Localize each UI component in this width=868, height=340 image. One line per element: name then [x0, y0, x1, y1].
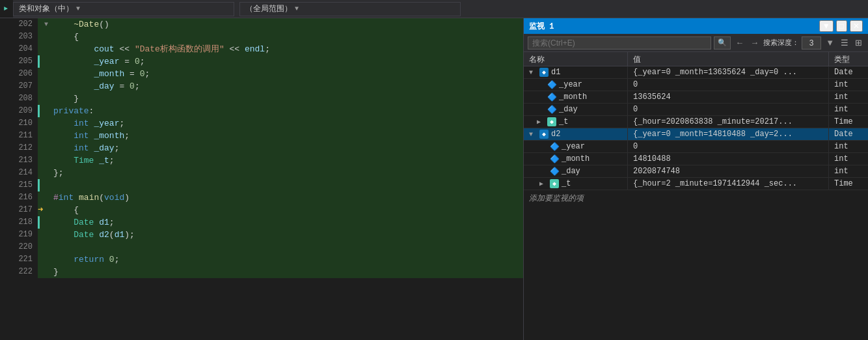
watch-type-d1-day: int — [829, 104, 868, 115]
line-code-220 — [51, 241, 523, 253]
line-collapse-207 — [42, 80, 51, 92]
code-line-209: 209 private: — [12, 105, 523, 117]
code-line-219: 219 Date d2(d1); — [12, 229, 523, 241]
watch-row-d1-t[interactable]: ◆ _t {_hour=2020863838 _minute=20217... … — [524, 116, 868, 128]
line-code-203: { — [51, 31, 523, 43]
watch-restore-button[interactable]: □ — [836, 20, 847, 32]
watch-expand-d2-t[interactable] — [539, 180, 547, 188]
watch-cell-name-d1: ◆ d1 — [524, 66, 628, 78]
code-line-216: 216 #int main(void) — [12, 191, 523, 204]
line-code-212: int _day; — [51, 142, 523, 154]
line-code-211: int _month; — [51, 130, 523, 142]
watch-row-d2-year[interactable]: 🔷 _year 0 int — [524, 141, 868, 153]
watch-type-d2: Date — [829, 128, 868, 140]
line-num-209: 209 — [12, 105, 38, 117]
search-depth-input[interactable] — [802, 36, 821, 50]
code-line-222: 222 } — [12, 266, 523, 278]
line-indicator-208 — [38, 92, 42, 105]
line-indicator-202 — [38, 18, 42, 31]
line-collapse-211 — [42, 130, 51, 142]
line-code-205: _year = 0; — [51, 55, 523, 68]
code-line-212: 212 int _day; — [12, 142, 523, 154]
code-line-214: 214 }; — [12, 167, 523, 179]
line-indicator-210 — [38, 117, 42, 130]
watch-row-d2-t[interactable]: ◆ _t {_hour=2 _minute=1971412944 _sec...… — [524, 178, 868, 190]
search-option-button1[interactable]: ☰ — [839, 38, 850, 48]
code-editor[interactable]: 202 ▼ ~Date() 203 { 204 cout << "Date析构函… — [12, 18, 523, 340]
line-indicator-218 — [38, 216, 42, 229]
watch-name-d1-day: _day — [559, 105, 578, 114]
class-dropdown[interactable]: 类和对象（中） ▼ — [13, 2, 234, 16]
watch-row-d1[interactable]: ◆ d1 {_year=0 _month=13635624 _day=0 ...… — [524, 66, 868, 79]
watch-close-button[interactable]: ✕ — [850, 20, 863, 32]
watch-type-d1-year: int — [829, 79, 868, 91]
watch-rows: ◆ d1 {_year=0 _month=13635624 _day=0 ...… — [524, 66, 868, 340]
line-code-219: Date d2(d1); — [51, 229, 523, 241]
watch-type-d1-t: Time — [829, 116, 868, 128]
search-depth-arrow[interactable]: ▼ — [824, 38, 836, 48]
watch-cell-name-d2: ◆ d2 — [524, 128, 628, 140]
watch-expand-d1-t[interactable] — [537, 118, 545, 126]
watch-expand-d1[interactable] — [529, 69, 537, 76]
search-back-button[interactable]: ← — [733, 38, 746, 48]
watch-minimize-button[interactable]: ▼ — [819, 20, 834, 32]
watch-icon-d1-t: ◆ — [547, 117, 556, 126]
watch-icon-d2-month: 🔷 — [550, 154, 559, 163]
line-indicator-204 — [38, 43, 42, 55]
line-num-211: 211 — [12, 130, 38, 142]
line-collapse-206 — [42, 68, 51, 80]
class-dropdown-arrow: ▼ — [76, 5, 80, 12]
line-code-207: _day = 0; — [51, 80, 523, 92]
watch-row-d1-month[interactable]: 🔷 _month 13635624 int — [524, 91, 868, 104]
watch-name-d2-year: _year — [562, 142, 585, 151]
line-num-213: 213 — [12, 154, 38, 167]
code-line-220: 220 — [12, 241, 523, 253]
search-button[interactable]: 🔍 — [714, 36, 731, 50]
code-line-206: 206 _month = 0; — [12, 68, 523, 80]
line-code-208: } — [51, 92, 523, 105]
search-option-button2[interactable]: ⊞ — [853, 38, 864, 48]
watch-name-d2-t: _t — [562, 179, 571, 188]
watch-name-d1: d1 — [551, 68, 560, 77]
line-indicator-221 — [38, 253, 42, 266]
watch-icon-d2-t: ◆ — [550, 179, 559, 188]
watch-icon-d1-month: 🔷 — [547, 92, 556, 102]
watch-row-d1-day[interactable]: 🔷 _day 0 int — [524, 104, 868, 116]
line-num-207: 207 — [12, 80, 38, 92]
code-line-211: 211 int _month; — [12, 130, 523, 142]
line-num-221: 221 — [12, 253, 38, 266]
watch-row-d1-year[interactable]: 🔷 _year 0 int — [524, 79, 868, 91]
watch-type-d2-year: int — [829, 141, 868, 152]
watch-type-d2-day: int — [829, 165, 868, 177]
watch-expand-d2[interactable] — [529, 131, 537, 138]
line-num-205: 205 — [12, 55, 38, 68]
code-line-208: 208 } — [12, 92, 523, 105]
line-indicator-203 — [38, 31, 42, 43]
scope-dropdown[interactable]: （全局范围） ▼ — [239, 2, 461, 16]
watch-cell-name-d1-year: 🔷 _year — [524, 79, 628, 91]
line-code-215 — [51, 179, 523, 191]
line-collapse-208 — [42, 92, 51, 105]
code-line-218: 218 Date d1; — [12, 216, 523, 229]
watch-icon-d1-day: 🔷 — [547, 105, 556, 114]
watch-icon-d2: ◆ — [539, 130, 549, 139]
line-collapse-205 — [42, 55, 51, 68]
watch-row-d2[interactable]: ◆ d2 {_year=0 _month=14810488 _day=2... … — [524, 128, 868, 141]
watch-search-input[interactable] — [528, 36, 711, 50]
watch-icon-d1: ◆ — [539, 68, 549, 77]
search-forward-button[interactable]: → — [748, 38, 761, 48]
line-code-216: #int main(void) — [51, 191, 523, 204]
line-num-220: 220 — [12, 241, 38, 253]
line-code-202: ~Date() — [51, 18, 523, 31]
watch-name-d2-day: _day — [562, 167, 580, 176]
line-collapse-214 — [42, 167, 51, 179]
line-code-213: Time _t; — [51, 154, 523, 167]
line-indicator-206 — [38, 68, 42, 80]
line-collapse-202[interactable]: ▼ — [42, 18, 51, 31]
line-indicator-219 — [38, 229, 42, 241]
add-watch[interactable]: 添加要监视的项 — [524, 190, 868, 206]
watch-row-d2-day[interactable]: 🔷 _day 2020874748 int — [524, 165, 868, 178]
line-indicator-222 — [38, 266, 42, 278]
watch-row-d2-month[interactable]: 🔷 _month 14810488 int — [524, 153, 868, 165]
line-num-202: 202 — [12, 18, 38, 31]
